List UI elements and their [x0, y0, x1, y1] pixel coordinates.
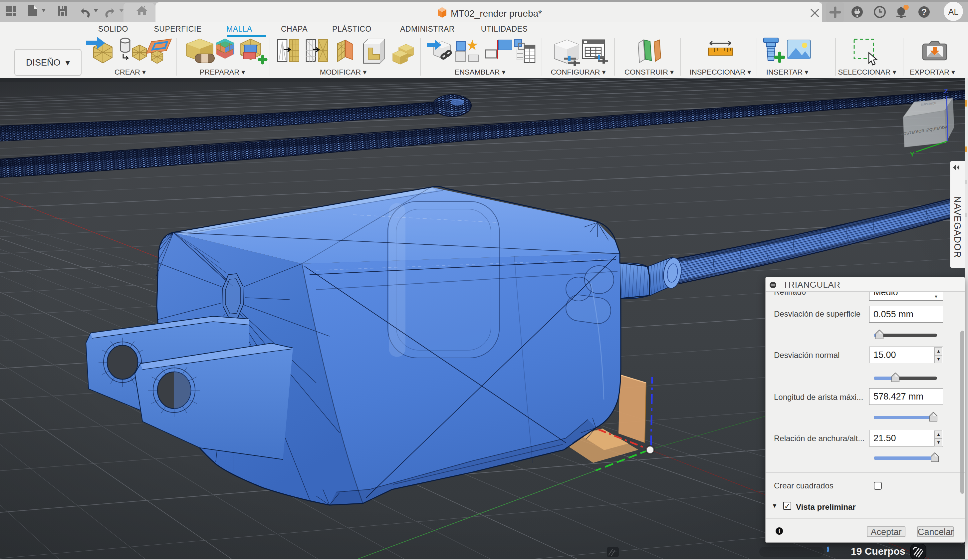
svg-text:?: ? [922, 7, 927, 17]
svg-text:MT02_render prueba*: MT02_render prueba* [451, 8, 542, 19]
svg-text:i: i [779, 528, 780, 534]
svg-text:AL: AL [948, 7, 959, 16]
svg-text:19 Cuerpos: 19 Cuerpos [851, 546, 905, 557]
